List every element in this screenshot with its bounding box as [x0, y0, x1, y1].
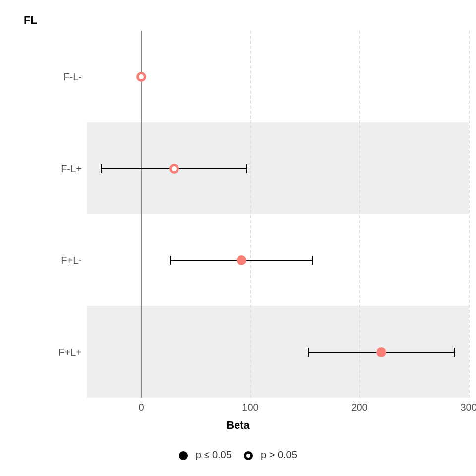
error-cap — [308, 348, 309, 357]
point-marker — [169, 164, 179, 174]
page-title: FL — [24, 14, 37, 27]
error-cap — [170, 256, 171, 265]
y-tick-label: F+L+ — [59, 346, 82, 357]
y-tick-label: F-L- — [63, 71, 82, 82]
legend-item-sig: p ≤ 0.05 — [179, 449, 232, 461]
grid-line — [469, 31, 470, 398]
zero-line — [141, 31, 142, 398]
legend-item-nonsig: p > 0.05 — [244, 449, 297, 461]
point-marker — [237, 255, 246, 265]
grid-line — [250, 31, 251, 398]
legend-label: p ≤ 0.05 — [196, 449, 232, 460]
dot-hollow-icon — [244, 451, 253, 460]
error-cap — [101, 164, 102, 173]
y-tick-label: F-L+ — [61, 163, 82, 174]
point-marker — [376, 347, 386, 357]
legend-label: p > 0.05 — [261, 449, 297, 460]
point-marker — [136, 72, 146, 82]
forest-plot — [87, 31, 469, 398]
error-cap — [312, 256, 313, 265]
error-cap — [454, 348, 455, 357]
x-tick-label: 100 — [242, 402, 258, 413]
dot-filled-icon — [179, 451, 188, 460]
x-tick-label: 200 — [351, 402, 367, 413]
y-tick-label: F+L- — [61, 254, 82, 266]
x-tick-label: 300 — [460, 402, 476, 413]
x-axis-title: Beta — [0, 419, 476, 432]
x-tick-label: 0 — [138, 402, 144, 413]
legend: p ≤ 0.05 p > 0.05 — [0, 449, 476, 461]
error-cap — [246, 164, 247, 173]
grid-line — [359, 31, 360, 398]
